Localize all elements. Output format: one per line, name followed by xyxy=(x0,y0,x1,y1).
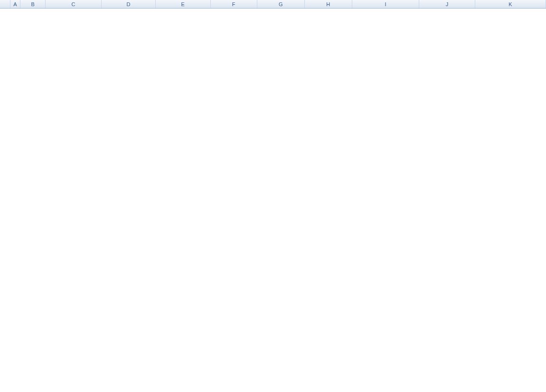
col-header-I[interactable]: I xyxy=(352,0,419,8)
col-header-K[interactable]: K xyxy=(475,0,546,8)
col-header-D[interactable]: D xyxy=(102,0,156,8)
col-header-F[interactable]: F xyxy=(211,0,257,8)
col-header-C[interactable]: C xyxy=(46,0,102,8)
col-header-G[interactable]: G xyxy=(257,0,305,8)
column-header-bar: ABCDEFGHIJK xyxy=(0,0,546,9)
col-header-B[interactable]: B xyxy=(20,0,46,8)
col-header-J[interactable]: J xyxy=(419,0,475,8)
col-header-E[interactable]: E xyxy=(156,0,211,8)
spreadsheet: ABCDEFGHIJK 1345678910111214161718192021… xyxy=(0,0,546,9)
col-header-H[interactable]: H xyxy=(305,0,352,8)
col-header-A[interactable]: A xyxy=(10,0,21,8)
